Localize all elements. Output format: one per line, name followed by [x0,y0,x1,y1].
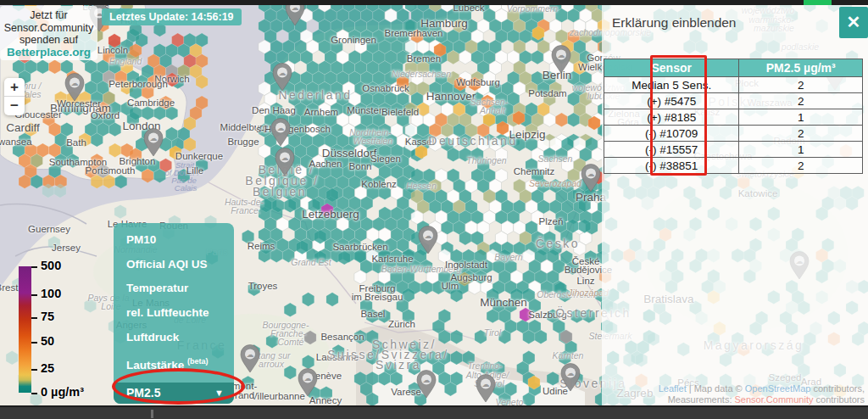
legend-tick-label: 100 [41,287,61,300]
layer-option-official-aqi-us[interactable]: Official AQI US [114,253,234,277]
cloud-icon: ☁ [150,134,158,142]
cloud-icon: ☁ [567,369,575,377]
layer-option-pm25-selected[interactable]: PM2.5 ▼ [114,383,234,404]
legend-tick-label: 50 [41,335,54,349]
sensor-table-row: (+) #54752 [604,93,863,109]
link-text[interactable]: OpenStreetMap [745,383,811,394]
close-icon[interactable]: ✕ [839,7,868,38]
value-column-header: PM2.5 µg/m³ [739,59,863,77]
donation-line: spenden auf [0,34,97,47]
attribution-text: Measurements: [668,394,735,405]
taskbar-tick [151,410,153,418]
taskbar-strip [0,405,868,419]
sensor-cluster-pin[interactable]: ☁ [476,375,495,403]
attribution-line: Measurements: Sensor.Community contribut… [659,394,865,405]
sensor-id-cell[interactable]: Median 5 Sens. [604,77,739,93]
sensor-cluster-pin[interactable]: ☁ [65,74,84,102]
layer-option-rel-luftfeuchte[interactable]: rel. Luftfeuchte [114,301,234,326]
app-window: LeedsHullLincolnNorwichPeterboroughBirmi… [0,0,868,419]
layer-option-pm10[interactable]: PM10 [114,228,234,253]
browser-top-edge [0,0,868,5]
cloud-icon: ☁ [304,374,312,383]
layer-option-temperatur[interactable]: Temperatur [114,277,234,301]
legend-tick [31,393,37,394]
cloud-icon: ☁ [425,232,432,240]
sensor-table: Sensor PM2.5 µg/m³ Median 5 Sens.2(+) #5… [604,59,863,174]
betterplace-link[interactable]: Betterplace.org [0,47,97,59]
sensor-cluster-pin[interactable]: ☁ [561,364,580,392]
cloud-icon: ☁ [71,79,79,87]
legend-tick [31,294,37,296]
sensor-table-row: Median 5 Sens.2 [604,77,863,93]
cloud-icon: ☁ [558,51,565,59]
layer-option-lautst-rke[interactable]: Lautstärke (beta) [114,349,234,374]
sensor-id-cell[interactable]: (-) #10709 [604,126,739,142]
sensor-table-row: (-) #155571 [604,142,863,158]
color-scale-legend: 5001007550250 µg/m³ [19,266,120,394]
legend-tick-label: 25 [41,361,54,375]
sensor-value-cell: 1 [739,109,863,126]
cloud-icon: ☁ [247,350,254,359]
sensor-table-header-row: Sensor PM2.5 µg/m³ [604,59,863,77]
zoom-in-button[interactable]: + [4,78,25,97]
attribution-line: Leaflet | Map data © OpenStreetMap contr… [659,383,865,394]
sensor-id-cell[interactable]: (-) #15557 [604,142,739,158]
top-bar-green-indicator [804,0,832,5]
legend-gradient-bar [19,266,31,393]
panel-toggle-title[interactable]: Erklärung einblenden [612,15,737,31]
cloud-icon: ☁ [279,69,287,77]
sensor-table-row: (-) #107092 [604,126,863,142]
sensor-value-cell: 1 [739,142,863,158]
sensor-column-header: Sensor [604,59,739,77]
sensor-value-cell: 2 [739,158,863,174]
sensor-value-cell: 2 [739,77,863,93]
sensor-table-row: (+) #81851 [604,109,863,126]
last-update-badge: Letztes Update: 14:56:19 [102,8,242,25]
legend-tick-label: 500 [41,259,61,272]
link-text[interactable]: Leaflet [659,383,687,394]
cloud-icon: ☁ [281,154,289,162]
legend-tick [31,342,37,344]
sensor-cluster-pin[interactable]: ☁ [419,226,437,254]
sensor-id-cell[interactable]: (-) #38851 [604,158,739,174]
sensor-value-cell: 2 [739,93,863,109]
legend-tick-label: 75 [41,310,54,323]
cloud-icon: ☁ [277,124,285,132]
attribution-text: | Map data © [687,383,745,394]
layer-select-menu: PM10 Official AQI US Temperatur rel. Luf… [114,223,234,404]
cloud-icon: ☁ [482,380,490,388]
legend-tick [31,369,37,371]
brand-text[interactable]: Sensor.Community [735,394,814,405]
cloud-icon: ☁ [423,376,431,384]
attribution-text: contributors [813,394,865,405]
sensor-table-row: (-) #388512 [604,158,863,174]
sensor-cluster-pin[interactable]: ☁ [417,371,436,399]
sensor-id-cell[interactable]: (+) #8185 [604,109,739,126]
sensor-cluster-pin[interactable]: ☁ [241,345,259,373]
map-attribution: Leaflet | Map data © OpenStreetMap contr… [659,383,865,405]
sensor-value-cell: 2 [739,126,863,142]
donation-box: Jetzt für Sensor.Community spenden auf B… [0,6,97,60]
sensor-cluster-pin[interactable]: ☁ [144,129,163,157]
sensor-cluster-pin[interactable]: ☁ [581,165,600,193]
sensor-id-cell[interactable]: (+) #5475 [604,93,739,109]
chevron-down-icon: ▼ [214,383,224,404]
donation-line: Jetzt für [0,9,97,22]
layer-menu-items: PM10 Official AQI US Temperatur rel. Luf… [114,228,234,374]
map-zoom-control: + − [4,78,25,115]
selected-layer-label: PM2.5 [126,386,160,399]
legend-tick [31,266,37,268]
cloud-icon: ☁ [587,170,595,178]
sensor-cluster-pin[interactable]: ☁ [275,148,294,176]
attribution-text: contributors, [810,383,865,394]
sensor-cluster-pin[interactable]: ☁ [552,46,570,74]
sensor-cluster-pin[interactable]: ☁ [273,64,292,92]
legend-tick [31,317,37,319]
layer-option-luftdruck[interactable]: Luftdruck [114,326,234,350]
sensor-cluster-pin[interactable]: ☁ [271,119,290,147]
legend-tick-label: 0 µg/m³ [41,385,84,399]
zoom-out-button[interactable]: − [4,97,25,115]
donation-line: Sensor.Community [0,22,97,35]
sensor-cluster-pin[interactable]: ☁ [298,369,317,397]
beta-tag: (beta) [187,357,209,366]
